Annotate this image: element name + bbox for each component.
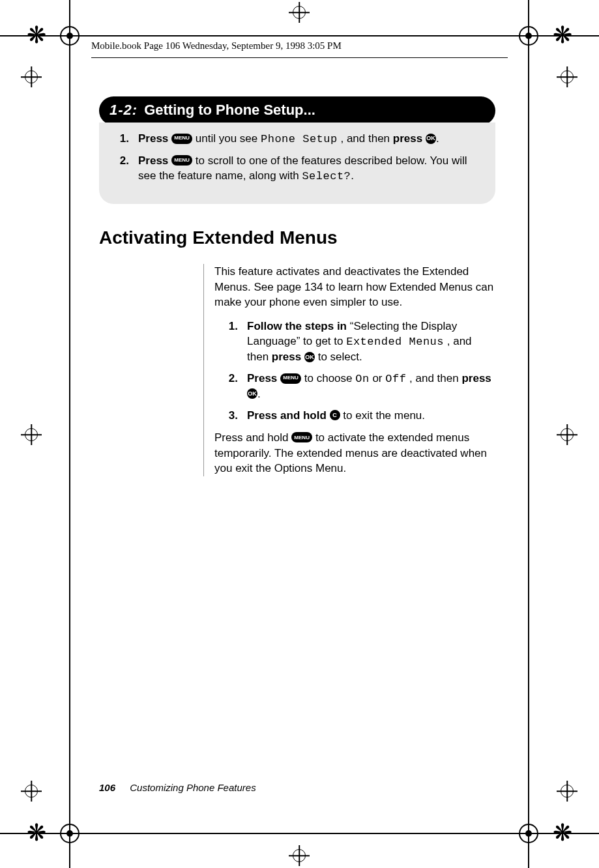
step-number: 2. <box>115 154 129 184</box>
page-footer: 106 Customizing Phone Features <box>99 782 256 793</box>
steps-callout-box: 1. Press MENU until you see Phone Setup … <box>99 123 495 204</box>
register-mark-icon <box>60 26 80 46</box>
c-key-icon: C <box>330 410 340 420</box>
step-bold: press <box>393 132 422 145</box>
lcd-text: Select? <box>302 170 351 182</box>
intro-paragraph: This feature activates and deactivates t… <box>214 264 495 310</box>
body-step: 2. Press MENU to choose On or Off , and … <box>224 371 495 402</box>
page: ❋ ❋ ❋ ❋ Mobile.book Page 106 Wednesday, … <box>0 0 599 868</box>
crosshair-icon <box>291 848 307 863</box>
step-number: 2. <box>224 371 238 402</box>
menu-key-icon: MENU <box>291 432 312 442</box>
register-mark-icon <box>519 26 538 46</box>
menu-key-icon: MENU <box>171 155 192 166</box>
step-body: Press MENU to choose On or Off , and the… <box>247 371 495 402</box>
step-text: , and then <box>340 132 392 145</box>
section-heading: Activating Extended Menus <box>99 227 495 248</box>
step-number: 1. <box>115 132 129 147</box>
step-text: to exit the menu. <box>343 409 425 422</box>
step-text: . <box>351 169 354 182</box>
step-bold: press <box>461 372 491 384</box>
crosshair-icon <box>23 69 39 85</box>
crosshair-icon <box>291 5 307 20</box>
step-body: Follow the steps in “Selecting the Displ… <box>247 319 495 365</box>
lcd-text: Off <box>385 373 406 385</box>
lcd-text: Extended Menus <box>346 336 444 348</box>
crosshair-icon <box>559 783 575 799</box>
step-bold: press <box>272 351 301 363</box>
body-column: This feature activates and deactivates t… <box>203 264 495 476</box>
tail-paragraph: Press and hold MENU to activate the exte… <box>214 430 495 476</box>
step-text: , and then <box>409 372 461 384</box>
body-step: 3. Press and hold C to exit the menu. <box>224 409 495 424</box>
step-text: to select. <box>318 351 362 363</box>
callout-step: 2. Press MENU to scroll to one of the fe… <box>115 154 480 184</box>
step-number: 1. <box>224 319 238 365</box>
register-mark-icon <box>519 824 538 843</box>
ok-key-icon: OK <box>426 134 436 144</box>
ok-key-icon: OK <box>304 352 315 362</box>
rosette-icon: ❋ <box>23 820 50 846</box>
register-mark-icon <box>60 824 80 843</box>
crosshair-icon <box>23 427 39 442</box>
step-text: . <box>436 132 439 145</box>
crop-rule-horizontal-bottom <box>0 833 599 834</box>
chapter-title: Customizing Phone Features <box>130 782 256 793</box>
content-area: 1-2: Getting to Phone Setup... 1. Press … <box>99 96 495 485</box>
menu-key-icon: MENU <box>280 373 301 384</box>
step-bold: Press <box>247 372 277 384</box>
running-head-text: Mobile.book Page 106 Wednesday, Septembe… <box>91 40 342 51</box>
callout-step: 1. Press MENU until you see Phone Setup … <box>115 132 480 147</box>
running-head: Mobile.book Page 106 Wednesday, Septembe… <box>91 40 508 51</box>
rosette-icon: ❋ <box>23 22 50 48</box>
ok-key-icon: OK <box>247 388 257 399</box>
crop-rule-horizontal-top <box>0 35 599 36</box>
step-body: Press MENU to scroll to one of the featu… <box>138 154 480 184</box>
rosette-icon: ❋ <box>549 22 576 48</box>
section-banner: 1-2: Getting to Phone Setup... <box>99 96 495 125</box>
step-bold: Follow the steps in <box>247 320 347 332</box>
crosshair-icon <box>23 783 39 799</box>
rosette-icon: ❋ <box>549 820 576 846</box>
lcd-text: Phone Setup <box>261 133 338 145</box>
step-number: 3. <box>224 409 238 424</box>
page-number: 106 <box>99 782 115 793</box>
step-text: to choose <box>304 372 355 384</box>
banner-title: Getting to Phone Setup... <box>144 102 315 119</box>
running-head-rule <box>91 57 508 58</box>
step-text: until you see <box>196 132 261 145</box>
step-bold: Press and hold <box>247 409 327 422</box>
lcd-text: On <box>355 373 369 385</box>
crop-rule-vertical-left <box>69 0 70 868</box>
crosshair-icon <box>559 427 575 442</box>
step-body: Press MENU until you see Phone Setup , a… <box>138 132 480 147</box>
step-bold: Press <box>138 154 168 167</box>
banner-number: 1-2: <box>110 102 138 119</box>
step-text: . <box>257 388 261 400</box>
body-step: 1. Follow the steps in “Selecting the Di… <box>224 319 495 365</box>
crop-rule-vertical-right <box>528 0 529 868</box>
menu-key-icon: MENU <box>171 134 192 144</box>
step-bold: Press <box>138 132 168 145</box>
step-text: or <box>372 372 385 384</box>
step-body: Press and hold C to exit the menu. <box>247 409 495 424</box>
tail-text: Press and hold <box>214 431 291 444</box>
crosshair-icon <box>559 69 575 85</box>
